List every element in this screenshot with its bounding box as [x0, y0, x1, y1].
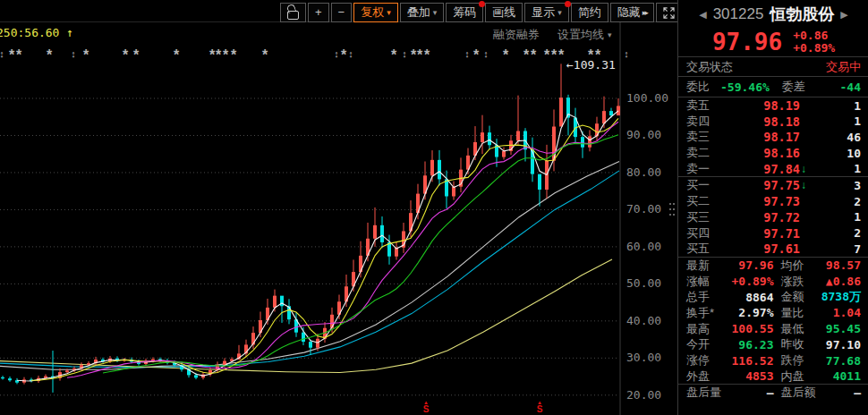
stat-label: 外盘	[686, 368, 728, 385]
panel-drag-handle[interactable]	[669, 203, 675, 217]
stat-value: 77.68	[816, 354, 862, 368]
chips-button[interactable]: 筹码	[446, 3, 483, 22]
next-stock-arrow[interactable]: ▶	[840, 9, 847, 21]
candle-body	[430, 160, 434, 175]
event-star-marker[interactable]: *	[9, 47, 15, 63]
candle-body	[531, 149, 534, 174]
stat-label: 盘后量	[686, 385, 728, 401]
event-star-marker[interactable]: *	[503, 47, 509, 63]
adjust-button[interactable]: 复权▾	[353, 3, 398, 22]
bid-row[interactable]: 买五97.617	[678, 241, 868, 257]
chart-sublinks: 融资融券设置均线▾	[493, 27, 612, 43]
stat-row: 涨幅+0.89%涨跌▲0.86	[678, 274, 868, 290]
zoom-out-button[interactable]: −	[331, 3, 353, 22]
stats-grid: 最新97.96均价98.57涨幅+0.89%涨跌▲0.86总手8864金额873…	[678, 258, 868, 401]
dividend-marker[interactable]: S	[423, 404, 430, 414]
level-label: 卖二	[686, 145, 719, 161]
event-star-marker[interactable]: *	[411, 47, 417, 63]
event-star-marker[interactable]: *	[123, 47, 129, 63]
overlay-button[interactable]: 叠加▾	[400, 3, 445, 22]
event-star-marker[interactable]: *	[216, 47, 222, 63]
y-axis-tick: 90.00	[626, 128, 661, 141]
event-star-marker[interactable]: *	[424, 47, 430, 63]
stat-label: 涨幅	[686, 274, 728, 290]
expand-icon	[663, 7, 675, 19]
event-arrow-marker[interactable]: ↕	[624, 48, 629, 59]
event-star-marker[interactable]: *	[341, 47, 347, 63]
level-label: 买五	[686, 241, 719, 257]
level-volume: 2	[813, 195, 861, 208]
event-star-marker[interactable]: *	[523, 47, 530, 63]
event-arrow-marker[interactable]: ↕	[71, 48, 76, 59]
event-arrow-marker[interactable]: ↕	[0, 48, 4, 59]
unlock-icon	[287, 5, 299, 20]
event-arrow-marker[interactable]: ↕	[402, 48, 407, 59]
bid-row[interactable]: 买二97.732	[678, 193, 868, 209]
peak-price-annotation: ←109.31	[566, 58, 616, 72]
event-arrow-marker[interactable]: ↕	[334, 48, 339, 59]
candle-body	[1, 377, 4, 378]
weibi-row: 委比 -59.46% 委差 -44	[678, 77, 868, 97]
event-star-marker[interactable]: *	[473, 47, 480, 63]
stat-value: 1.04	[816, 306, 862, 319]
level-price: 97.61	[719, 241, 800, 256]
candle-body	[194, 375, 198, 377]
event-star-marker[interactable]: *	[209, 47, 216, 63]
stat-label: 均价	[774, 258, 816, 274]
ask-row[interactable]: 卖五98.191	[678, 97, 868, 114]
kline-chart[interactable]: 100.0090.0080.0070.0060.0050.0040.0030.0…	[0, 0, 677, 415]
event-star-marker[interactable]: *	[417, 47, 423, 63]
event-star-marker[interactable]: *	[133, 47, 140, 63]
ask-row[interactable]: 卖三98.1746	[678, 129, 868, 145]
level-volume: 2	[813, 226, 861, 240]
simple-button[interactable]: 简约	[571, 3, 608, 22]
ask-row[interactable]: 卖四98.181	[678, 114, 868, 130]
stat-label: 昨收	[774, 336, 816, 352]
event-star-marker[interactable]: *	[174, 47, 180, 63]
hide-button[interactable]: 隐藏▸▸	[610, 3, 654, 22]
bid-row[interactable]: 买一97.75↓3	[678, 177, 868, 193]
stat-value: 97.10	[816, 338, 862, 351]
event-star-marker[interactable]: *	[223, 47, 229, 63]
candle-body	[559, 97, 563, 126]
prev-stock-arrow[interactable]: ◀	[699, 9, 706, 21]
bid-row[interactable]: 买四97.712	[678, 225, 868, 241]
status-label: 交易状态	[686, 59, 733, 75]
event-arrow-marker[interactable]: ↕	[348, 48, 353, 59]
candle-body	[538, 174, 541, 190]
display-button[interactable]: 显示▾	[524, 3, 569, 22]
event-star-marker[interactable]: *	[558, 47, 565, 63]
event-star-marker[interactable]: *	[83, 47, 89, 63]
chevron-down-icon: ▾	[557, 4, 562, 21]
stock-name: 恒勃股份	[770, 4, 834, 25]
bid-row[interactable]: 买三97.721	[678, 209, 868, 225]
stat-label: 量比	[774, 305, 816, 321]
ask-row[interactable]: 卖一97.84↓1	[678, 161, 868, 177]
ask-row[interactable]: 卖二98.1610	[678, 145, 868, 161]
stat-label: 最低	[774, 321, 816, 337]
event-arrow-marker[interactable]: ↕	[483, 48, 489, 59]
event-star-marker[interactable]: *	[551, 47, 557, 63]
ma-settings-link[interactable]: 设置均线▾	[557, 27, 612, 43]
event-star-marker[interactable]: *	[544, 47, 550, 63]
margin-trading-link[interactable]: 融资融券	[493, 27, 540, 43]
event-star-marker[interactable]: *	[16, 47, 22, 63]
event-star-marker[interactable]: *	[391, 47, 397, 63]
candle-body	[452, 187, 455, 197]
level-volume: 1	[813, 210, 861, 224]
candle-body	[330, 315, 334, 328]
event-star-marker[interactable]: *	[531, 47, 537, 63]
drawline-button[interactable]: 画线	[485, 3, 523, 22]
chevron-down-icon: ▾	[608, 30, 612, 39]
event-star-marker[interactable]: *	[231, 47, 237, 63]
candle-body	[273, 296, 277, 308]
dividend-marker[interactable]: S	[537, 404, 543, 414]
lock-button[interactable]	[280, 3, 306, 22]
stat-row: 涨停116.52跌停77.68	[678, 352, 868, 368]
event-star-marker[interactable]: *	[262, 47, 268, 63]
y-axis-tick: 70.00	[626, 202, 661, 216]
zoom-in-button[interactable]: +	[308, 3, 329, 22]
event-star-marker[interactable]: *	[47, 47, 53, 63]
event-arrow-marker[interactable]: ↕	[464, 48, 470, 59]
ma250-value-label: 250:56.60 ↑	[0, 26, 73, 39]
